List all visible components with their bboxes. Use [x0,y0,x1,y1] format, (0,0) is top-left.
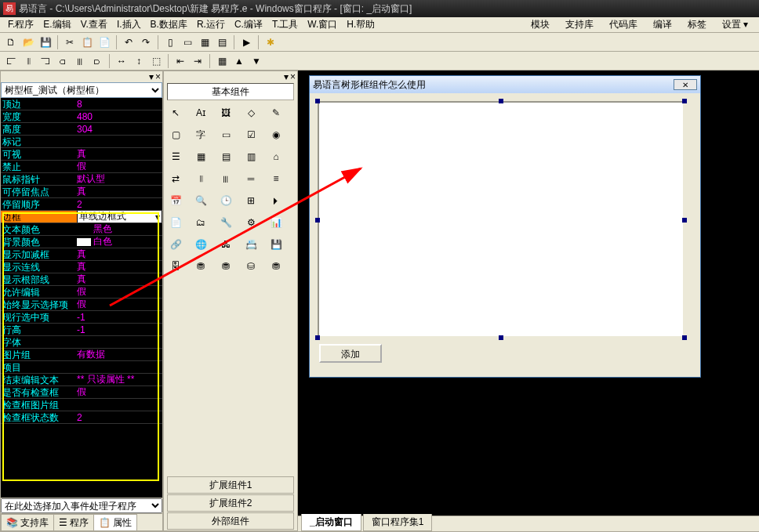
tab-support-lib[interactable]: 📚支持库 [1,514,54,530]
palette-item[interactable]: 💾 [267,236,285,253]
palette-item[interactable]: 🖼 [217,104,234,121]
palette-item[interactable]: 字 [192,126,209,143]
tab-properties[interactable]: 📋属性 [93,514,137,530]
layout1-icon[interactable]: ▯ [162,34,178,50]
align-center-h-icon[interactable]: ⫴ [20,53,36,69]
hspace-icon[interactable]: ⇤ [172,53,188,69]
palette-item[interactable]: ☑ [242,126,260,143]
same-size-icon[interactable]: ⬚ [148,53,164,69]
palette-item[interactable]: Aɪ [192,104,209,121]
pin-icon[interactable]: ▾ [149,71,154,82]
open-icon[interactable]: 📂 [20,34,36,50]
design-canvas[interactable]: 易语言树形框组件怎么使用 ✕ 添加 _启动窗口 窗口程序集1 [298,71,759,531]
property-row[interactable]: 显示根部线真 [1,273,162,286]
palette-item[interactable]: ▤ [217,148,234,165]
palette-item[interactable]: 🔗 [167,236,184,253]
resize-handle[interactable] [682,335,687,340]
property-row[interactable]: 背景颜色白色 [1,236,162,248]
resize-handle[interactable] [499,99,503,103]
run-icon[interactable]: ▶ [238,34,254,50]
align-bottom-icon[interactable]: ⫐ [89,53,105,69]
prop-value[interactable]: -1 [75,324,162,335]
property-row[interactable]: 禁止假 [1,161,162,173]
palette-item[interactable]: ≡ [267,170,285,187]
palette-item[interactable]: ↖ [167,104,184,121]
resize-handle[interactable] [315,218,320,223]
bring-front-icon[interactable]: ▲ [231,53,247,69]
prop-value[interactable]: 有数据 [75,349,162,360]
palette-item[interactable]: 📄 [167,214,184,231]
layout2-icon[interactable]: ▭ [180,34,195,50]
palette-item[interactable]: ◉ [267,126,285,143]
menu-item[interactable]: T.工具 [267,16,303,33]
align-center-v-icon[interactable]: ⫼ [72,53,88,69]
palette-item[interactable]: 🔧 [217,214,234,231]
same-width-icon[interactable]: ↔ [114,53,129,69]
prop-value[interactable]: 假 [75,299,162,310]
category-ext1[interactable]: 扩展组件1 [167,476,294,494]
undo-icon[interactable]: ↶ [121,34,136,50]
prop-value[interactable]: -1 [75,311,162,323]
right-menu-item[interactable]: 设置 ▾ [714,16,756,33]
property-row[interactable]: 高度304 [1,123,162,136]
stop-icon[interactable]: ✱ [263,34,278,50]
redo-icon[interactable]: ↷ [138,34,154,50]
property-row[interactable]: 始终显示选择项假 [1,299,162,311]
palette-item[interactable]: 📊 [267,214,285,231]
event-selector[interactable]: 在此处选择加入事件处理子程序 [1,498,162,513]
property-row[interactable]: 显示连线真 [1,261,162,273]
prop-value[interactable] [75,399,162,411]
palette-item[interactable]: 🗂 [192,214,209,231]
save-icon[interactable]: 💾 [38,34,53,50]
property-row[interactable]: 结束编辑文本** 只读属性 ** [1,374,162,386]
property-row[interactable]: 允许编辑假 [1,286,162,299]
prop-value[interactable]: 真 [75,261,162,273]
property-row[interactable]: 可视真 [1,148,162,161]
menu-item[interactable]: E.编辑 [38,16,75,33]
right-menu-item[interactable]: 模块 [523,16,557,33]
right-menu-item[interactable]: 编译 [645,16,680,33]
palette-item[interactable]: ⫼ [217,170,234,187]
property-row[interactable]: 现行选中项-1 [1,311,162,324]
palette-item[interactable]: 🗄 [167,258,184,275]
property-row[interactable]: 边框单线边框式▾ [1,211,162,223]
palette-item[interactable]: 📅 [167,192,184,209]
property-row[interactable]: 字体 [1,336,162,349]
palette-item[interactable]: ☰ [167,148,184,165]
palette-item[interactable]: 🖧 [217,236,234,253]
close-panel-icon[interactable]: × [155,71,161,82]
palette-item[interactable]: ▭ [217,126,234,143]
category-ext2[interactable]: 扩展组件2 [167,494,294,512]
align-left-icon[interactable]: ⫍ [3,53,19,69]
prop-value[interactable]: 假 [75,286,162,298]
property-row[interactable]: 显示加减框真 [1,248,162,261]
tree-control[interactable] [318,101,685,338]
prop-value[interactable]: 2 [75,198,162,210]
right-menu-item[interactable]: 代码库 [601,16,645,33]
tab-startup-window[interactable]: _启动窗口 [301,514,361,531]
layout4-icon[interactable]: ▤ [214,34,230,50]
prop-value[interactable]: ** 只读属性 ** [75,374,162,385]
prop-value[interactable]: 默认型 [75,173,162,185]
menu-item[interactable]: W.窗口 [303,16,342,33]
palette-item[interactable]: ⏵ [267,192,285,209]
cut-icon[interactable]: ✂ [62,34,78,50]
align-top-icon[interactable]: ⫏ [55,53,71,69]
prop-value[interactable]: 单线边框式▾ [75,211,162,223]
palette-item[interactable]: ⛃ [217,258,234,275]
tab-window-set1[interactable]: 窗口程序集1 [363,514,433,531]
property-row[interactable]: 顶边8 [1,98,162,110]
menu-item[interactable]: V.查看 [76,16,112,33]
palette-item[interactable]: 🌐 [192,236,209,253]
prop-value[interactable]: 假 [75,161,162,172]
property-row[interactable]: 宽度480 [1,110,162,123]
prop-value[interactable] [75,336,162,348]
category-basic[interactable]: 基本组件 [167,83,294,100]
prop-value[interactable]: 真 [75,186,162,197]
close-icon[interactable]: ✕ [674,79,697,90]
prop-value[interactable]: 304 [75,123,162,135]
palette-item[interactable]: ⚙ [242,214,260,231]
palette-item[interactable]: 📇 [242,236,260,253]
prop-value[interactable]: 真 [75,148,162,160]
palette-item[interactable]: ⇄ [167,170,184,187]
